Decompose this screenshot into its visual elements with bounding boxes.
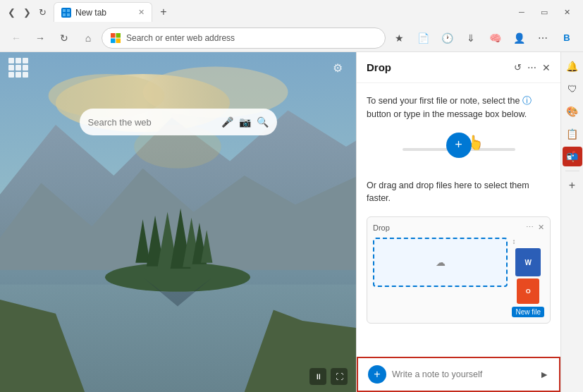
drop-more-button[interactable]: ⋯ xyxy=(527,62,536,73)
note-send-button[interactable]: ► xyxy=(539,369,549,380)
downloads-button[interactable]: ⇓ xyxy=(460,27,481,49)
collections-button[interactable]: 📄 xyxy=(412,27,434,49)
sidebar-drop-active[interactable]: 📬 xyxy=(563,147,582,166)
new-file-button[interactable]: New file xyxy=(512,307,544,317)
address-text: Search or enter web address xyxy=(126,33,376,43)
window-controls: ─ ▭ ✕ xyxy=(511,5,577,19)
word-file-icon: W xyxy=(515,248,541,276)
favorites-button[interactable]: ★ xyxy=(388,27,410,49)
search-icon[interactable]: 🔍 xyxy=(257,116,269,128)
preview-close-icon: ✕ xyxy=(538,223,544,232)
nav-icons: ★ 📄 🕐 ⇓ 🧠 👤 ⋯ xyxy=(388,27,553,49)
sidebar-notifications[interactable]: 🔔 xyxy=(563,56,582,76)
sidebar-add[interactable]: + xyxy=(563,176,582,195)
drop-preview: Drop ⋯ ✕ ☁ ↕ W xyxy=(367,216,551,324)
landscape-bg xyxy=(0,52,356,392)
drop-instruction: To send your first file or note, select … xyxy=(367,94,551,121)
mic-icon[interactable]: 🎤 xyxy=(221,116,233,128)
active-tab[interactable]: New tab ✕ xyxy=(54,2,152,22)
camera-icon[interactable]: 📷 xyxy=(239,116,251,128)
nav-bar: ← → ↻ ⌂ Search or enter web address ★ 📄 … xyxy=(0,24,583,52)
drop-header-icons: ↺ ⋯ ✕ xyxy=(514,62,551,73)
tab-favicon xyxy=(61,8,71,18)
drop-note-area: + ► xyxy=(357,357,560,392)
back-button[interactable]: ← xyxy=(6,27,27,49)
new-tab-panel: ⚙ 🎤 📷 🔍 ⏸ ⛶ xyxy=(0,52,356,392)
tab-close-btn[interactable]: ✕ xyxy=(138,8,145,17)
transfer-icon: ↕ xyxy=(512,238,544,245)
extra-sidebar: 🔔 🛡 🎨 📋 📬 + xyxy=(560,52,583,392)
drop-panel-header: Drop ↺ ⋯ ✕ xyxy=(357,52,560,83)
new-tab-button[interactable]: + xyxy=(155,4,172,20)
search-bar[interactable]: 🎤 📷 🔍 xyxy=(80,109,277,135)
drop-upload-area: + 👆 xyxy=(367,133,551,168)
drop-preview-files: ↕ W O New file xyxy=(512,238,544,317)
fullscreen-button[interactable]: ⛶ xyxy=(331,368,348,385)
drop-body: To send your first file or note, select … xyxy=(357,83,560,357)
svg-rect-3 xyxy=(63,13,66,16)
main-content: ⚙ 🎤 📷 🔍 ⏸ ⛶ xyxy=(0,52,583,392)
drop-close-button[interactable]: ✕ xyxy=(542,62,551,73)
cloud-upload-icon: ☁ xyxy=(436,257,446,268)
drop-panel: Drop ↺ ⋯ ✕ To send your first file or no… xyxy=(356,52,560,392)
preview-title: Drop xyxy=(373,223,522,232)
bottom-controls: ⏸ ⛶ xyxy=(309,368,348,385)
forward-button[interactable]: → xyxy=(30,27,51,49)
drop-preview-body: ☁ ↕ W O New xyxy=(373,238,544,317)
sidebar-themes[interactable]: 🎨 xyxy=(563,102,582,121)
drop-panel-title: Drop xyxy=(367,61,508,73)
drop-preview-header: Drop ⋯ ✕ xyxy=(373,223,544,232)
info-icon: ⓘ xyxy=(522,96,532,106)
sidebar-clipboard[interactable]: 📋 xyxy=(563,124,582,144)
svg-rect-2 xyxy=(67,9,70,12)
close-button[interactable]: ✕ xyxy=(556,5,577,19)
browser-back-icon[interactable]: ❮ xyxy=(6,6,17,18)
sidebar-divider xyxy=(565,171,579,171)
svg-rect-4 xyxy=(67,13,70,16)
browser-refresh-icon[interactable]: ↻ xyxy=(37,6,48,18)
apps-grid-button[interactable] xyxy=(8,58,28,78)
bing-copilot-button[interactable]: B xyxy=(556,27,577,49)
svg-rect-8 xyxy=(116,38,121,43)
maximize-button[interactable]: ▭ xyxy=(534,5,555,19)
browser-icons: ❮ ❯ ↻ xyxy=(6,6,48,18)
tab-label: New tab xyxy=(75,8,106,18)
search-input[interactable] xyxy=(88,117,216,128)
more-button[interactable]: ⋯ xyxy=(532,27,553,49)
search-bar-container: 🎤 📷 🔍 xyxy=(80,109,277,135)
title-bar: ❮ ❯ ↻ New tab ✕ + ─ ▭ ✕ xyxy=(0,0,583,24)
drop-or-text: Or drag and drop files here to select th… xyxy=(367,179,551,206)
svg-rect-7 xyxy=(111,38,116,43)
svg-rect-5 xyxy=(111,33,116,38)
address-bar[interactable]: Search or enter web address xyxy=(102,27,386,49)
minimize-button[interactable]: ─ xyxy=(511,5,532,19)
extensions-button[interactable]: 🧠 xyxy=(484,27,505,49)
tab-bar: New tab ✕ + xyxy=(54,2,505,22)
svg-rect-6 xyxy=(116,33,121,38)
drop-refresh-button[interactable]: ↺ xyxy=(514,62,522,73)
browser-forward-icon[interactable]: ❯ xyxy=(21,6,32,18)
preview-more-icon: ⋯ xyxy=(526,223,534,232)
svg-rect-1 xyxy=(63,9,66,12)
top-controls: ⚙ xyxy=(0,58,356,78)
sidebar-shield[interactable]: 🛡 xyxy=(563,79,582,99)
home-button[interactable]: ⌂ xyxy=(78,27,99,49)
drop-preview-dropzone[interactable]: ☁ xyxy=(373,238,508,287)
profiles-button[interactable]: 👤 xyxy=(508,27,529,49)
search-icons: 🎤 📷 🔍 xyxy=(221,116,269,128)
note-input[interactable] xyxy=(392,369,534,379)
office-file-icon: O xyxy=(517,278,539,304)
refresh-button[interactable]: ↻ xyxy=(54,27,75,49)
history-button[interactable]: 🕐 xyxy=(436,27,458,49)
note-plus-button[interactable]: + xyxy=(368,365,386,384)
microsoft-logo xyxy=(111,33,121,43)
page-settings-button[interactable]: ⚙ xyxy=(328,58,348,78)
pause-button[interactable]: ⏸ xyxy=(309,368,326,385)
upload-plus-button[interactable]: + xyxy=(446,133,472,158)
